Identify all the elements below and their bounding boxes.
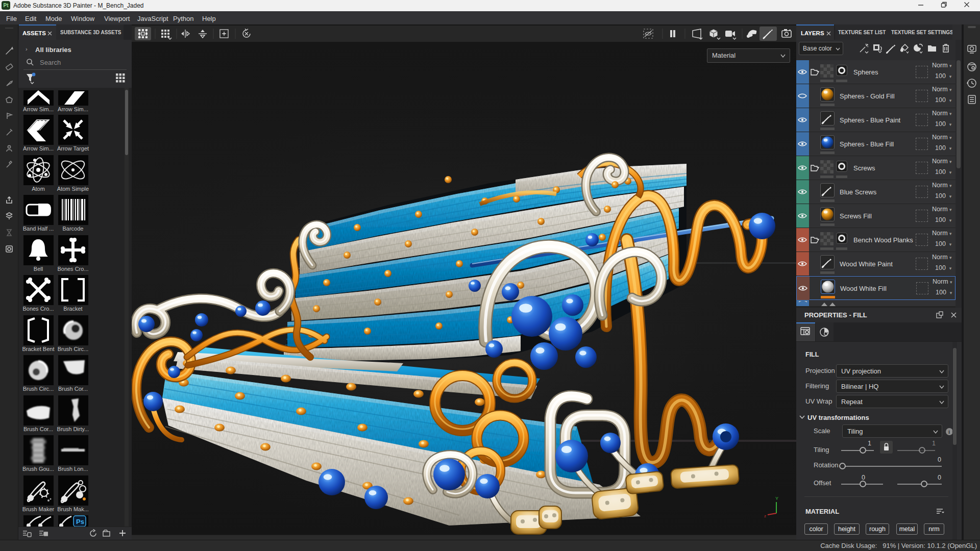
svg-text:Ps: Ps: [76, 518, 84, 525]
svg-text:z: z: [764, 514, 766, 518]
svg-text:Y: Y: [775, 496, 778, 501]
svg-text:i: i: [948, 429, 950, 435]
